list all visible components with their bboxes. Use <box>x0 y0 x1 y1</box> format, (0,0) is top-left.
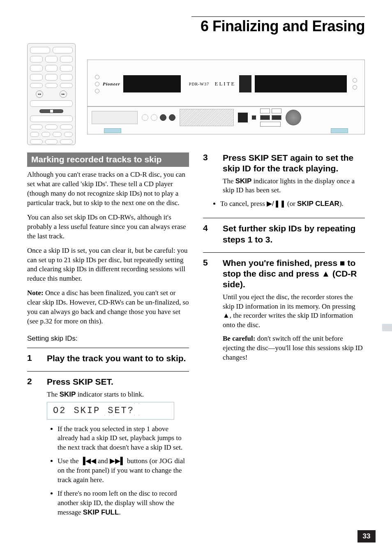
stop-icon: ■ <box>340 258 345 268</box>
eject-icon-inline: ▲ <box>223 312 230 319</box>
content-columns: Marking recorded tracks to skip Although… <box>27 152 365 522</box>
display-right <box>255 75 347 92</box>
step-2-desc: The SKIP indicator starts to blink. <box>47 390 189 399</box>
bullet-change-track: Use the ▐◀◀ and ▶▶▌ buttons (or JOG dial… <box>58 457 189 485</box>
lcd-track: O2 <box>53 406 66 416</box>
step-2-number: 2 <box>27 376 38 399</box>
jog-dial-icon <box>286 110 301 125</box>
section-heading: Marking recorded tracks to skip <box>27 152 189 167</box>
next-icon: ▶▶▌ <box>110 457 125 465</box>
step-5-care: Be careful: don't switch off the unit be… <box>223 334 365 362</box>
remote-diagram: ◂◂▸▸ <box>27 43 76 145</box>
player-diagram: Pioneer PDR-W37 ELITE <box>87 60 365 134</box>
setting-subhead: Setting skip IDs: <box>27 335 189 343</box>
step-5-number: 5 <box>203 258 214 362</box>
bullet-skip-full: If there's no room left on the disc to r… <box>58 489 189 517</box>
cdr-lid-icon <box>180 109 234 126</box>
step-1-title: Play the track you want to to skip. <box>47 353 189 364</box>
prev-icon: ▐◀◀ <box>81 457 96 465</box>
step-3-title: Press SKIP SET again to set the skip ID … <box>223 152 365 174</box>
diagram-row: ◂◂▸▸ Pioneer PDR-W37 ELITE <box>27 43 365 145</box>
intro-note: Note: Once a disc has been finalized, yo… <box>27 289 189 326</box>
step-2-title: Press SKIP SET. <box>47 376 189 387</box>
left-column: Marking recorded tracks to skip Although… <box>27 152 189 522</box>
step-5: 5 When you're finished, press ■ to stop … <box>203 252 365 362</box>
step-2-bullets: If the track you selected in step 1 abov… <box>27 425 189 517</box>
brand-label: Pioneer <box>103 81 120 86</box>
step-4: 4 Set further skip IDs by repeating step… <box>203 218 365 247</box>
step-4-title: Set further skip IDs by repeating steps … <box>223 223 365 245</box>
chapter-title: 6 Finalizing and Erasing <box>27 18 365 35</box>
lcd-flash: ՛ ՛ ՛SET?՛ ՛՛ ՛ <box>108 406 134 416</box>
step-1: 1 Play the track you want to to skip. <box>27 348 189 366</box>
eject-icon: ▲ <box>321 269 330 278</box>
bullet-cancel: To cancel, press ▶/❚❚ (or SKIP CLEAR). <box>220 199 365 209</box>
elite-label: ELITE <box>214 81 235 87</box>
next-track-icon: ▸▸ <box>60 90 67 98</box>
model-label: PDR-W37 <box>187 82 211 86</box>
page: 6 Finalizing and Erasing ◂◂▸▸ Pioneer PD… <box>0 0 392 554</box>
disc-tray-icon <box>92 111 138 124</box>
step-3-desc: The SKIP indicator lights in the display… <box>223 177 365 196</box>
step-3: 3 Press SKIP SET again to set the skip I… <box>203 152 365 213</box>
lcd-display: O2 SKIP ՛ ՛ ՛SET?՛ ՛՛ ՛ <box>47 402 174 420</box>
step-5-desc: Until you eject the disc, the recorder s… <box>223 293 365 330</box>
intro-p2: You can also set skip IDs on CD-RWs, alt… <box>27 213 189 241</box>
side-tab <box>382 324 392 331</box>
prev-track-icon: ◂◂ <box>36 90 43 98</box>
chapter-rule <box>191 16 365 17</box>
step-5-title: When you're finished, press ■ to stop th… <box>223 258 365 290</box>
step-4-number: 4 <box>203 223 214 247</box>
step-2: 2 Press SKIP SET. The SKIP indicator sta… <box>27 371 189 399</box>
step-1-number: 1 <box>27 353 38 366</box>
bullet-already-set: If the track you selected in step 1 abov… <box>58 425 189 453</box>
stop-button-icon <box>39 109 63 113</box>
lcd-text: SKIP <box>74 406 100 416</box>
note-label: Note: <box>27 289 44 297</box>
intro-p3: Once a skip ID is set, you can clear it,… <box>27 246 189 284</box>
page-number: 33 <box>357 530 376 542</box>
play-pause-icon: ▶/❚❚ <box>267 200 286 208</box>
right-column: 3 Press SKIP SET again to set the skip I… <box>203 152 365 522</box>
intro-p1: Although you can't erase tracks on a CD-… <box>27 170 189 208</box>
display-left <box>123 75 181 92</box>
